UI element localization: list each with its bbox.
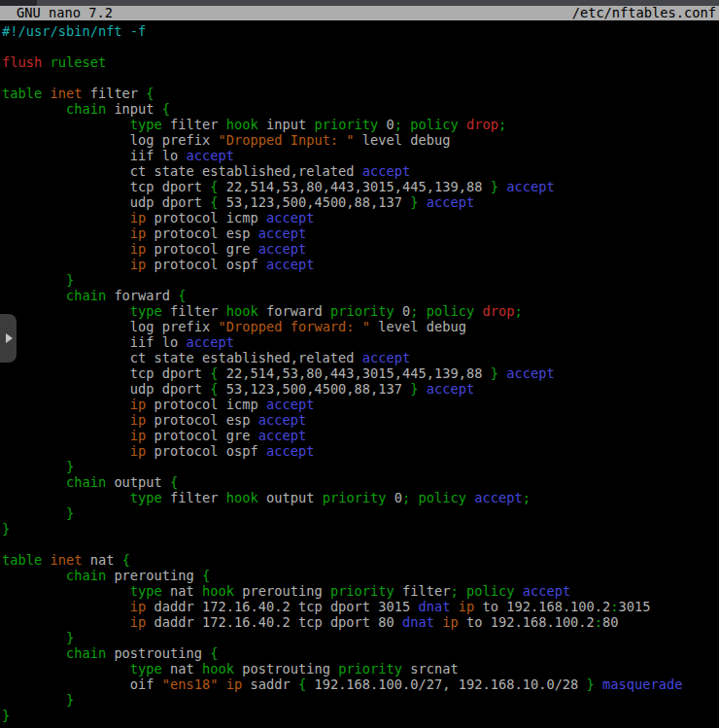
code-line: chain forward { [2, 288, 719, 303]
code-token: type [130, 117, 162, 132]
code-token: priority [330, 303, 394, 319]
code-token: iif lo [2, 334, 187, 350]
nano-titlebar: GNU nano 7.2 /etc/nftables.conf [0, 6, 719, 20]
code-token: } [410, 194, 418, 210]
code-token: { [210, 194, 218, 210]
code-token: { [162, 101, 170, 117]
code-token: { [210, 365, 218, 381]
code-line: table inet nat { [2, 552, 719, 568]
code-token: srcnat [402, 661, 459, 676]
code-token [451, 599, 459, 614]
code-token: } [491, 365, 498, 381]
code-token: accept [266, 397, 314, 412]
code-token: protocol esp [146, 412, 257, 428]
code-token [2, 630, 66, 645]
code-token [2, 241, 130, 257]
code-token: output [106, 474, 170, 490]
code-token [2, 210, 130, 225]
code-token: { [298, 676, 306, 692]
code-line: } [2, 272, 719, 288]
code-token: hook [226, 117, 258, 132]
code-token: protocol esp [146, 225, 257, 241]
terminal-screen[interactable]: { "palette": { "default": "#b3b3b3", "gr… [0, 0, 719, 728]
code-token: ip [130, 599, 146, 614]
code-token: filter [82, 86, 146, 101]
code-line: chain output { [2, 474, 719, 490]
code-token: filter [162, 303, 226, 319]
code-line: flush ruleset [2, 54, 719, 70]
code-token: hook [226, 303, 258, 319]
code-line: tcp dport { 22,514,53,80,443,3015,445,13… [2, 179, 719, 194]
code-token: priority [330, 583, 394, 599]
code-line: #!/usr/sbin/nft -f [2, 23, 719, 39]
code-token: table [2, 552, 42, 568]
code-line: ip protocol icmp accept [2, 210, 719, 225]
code-token [2, 225, 130, 241]
code-token: "Dropped forward: " [219, 319, 371, 334]
code-line: ct state established,related accept [2, 163, 719, 179]
code-token: dnat [419, 599, 451, 614]
code-line: log prefix "Dropped Input: " level debug [2, 132, 719, 148]
code-line: type nat hook prerouting priority filter… [2, 583, 719, 599]
code-token: hook [202, 583, 234, 599]
side-panel-toggle[interactable] [0, 314, 17, 363]
code-token: } [587, 676, 595, 692]
code-token: level debug [370, 319, 466, 334]
code-token: "ens18" [162, 676, 219, 692]
code-token: } [2, 521, 10, 537]
code-token: postrouting [106, 645, 210, 661]
code-line: table inet filter { [2, 86, 719, 101]
code-token: ; [515, 303, 523, 319]
code-token: accept [474, 490, 522, 505]
code-line: type filter hook output priority 0; poli… [2, 490, 719, 505]
code-token: accept [258, 225, 306, 241]
code-token [2, 490, 130, 505]
code-line: ip protocol gre accept [2, 428, 719, 443]
code-token [595, 676, 602, 692]
nano-app-title: GNU nano 7.2 [0, 6, 113, 20]
code-line: chain postrouting { [2, 645, 719, 661]
code-token: accept [427, 194, 474, 210]
code-token: hook [226, 490, 258, 505]
code-token: tcp dport [2, 365, 210, 381]
code-line: } [2, 630, 719, 645]
code-token: accept [258, 412, 306, 428]
code-token: ; [451, 583, 459, 599]
code-line: ip protocol esp accept [2, 225, 719, 241]
file-path: /etc/nftables.conf [572, 6, 719, 20]
code-token: { [178, 288, 186, 303]
code-line: type nat hook postrouting priority srcna… [2, 661, 719, 676]
code-token: { [210, 645, 218, 661]
code-token [2, 101, 66, 117]
code-token: prerouting [234, 583, 330, 599]
code-token: : [595, 614, 602, 630]
code-line: chain prerouting { [2, 568, 719, 583]
code-token: tcp dport [2, 179, 210, 194]
code-token: accept [523, 583, 570, 599]
code-token: ip [130, 210, 146, 225]
code-line: tcp dport { 22,514,53,80,443,3015,445,13… [2, 365, 719, 381]
code-token [2, 443, 130, 459]
code-token [2, 614, 130, 630]
code-token: accept [258, 428, 306, 443]
code-token: masquerade [602, 676, 682, 692]
code-line: ip protocol esp accept [2, 412, 719, 428]
code-token: { [122, 552, 130, 568]
code-token: ip [130, 241, 146, 257]
code-token: chain [66, 474, 106, 490]
code-token: ip [130, 614, 146, 630]
code-token [2, 397, 130, 412]
code-token: accept [258, 241, 306, 257]
editor-text[interactable]: #!/usr/sbin/nft -f flush ruleset table i… [0, 20, 719, 723]
code-token: ip [442, 614, 458, 630]
code-token: ruleset [50, 54, 106, 70]
code-token: type [130, 303, 162, 319]
code-token: drop [466, 117, 498, 132]
code-line: ip protocol ospf accept [2, 443, 719, 459]
code-line: ip protocol icmp accept [2, 397, 719, 412]
code-token: log prefix [2, 319, 219, 334]
code-token: ip [130, 257, 146, 272]
code-token: filter [394, 583, 451, 599]
code-token: daddr 172.16.40.2 tcp dport 80 [146, 614, 402, 630]
code-token: inet [50, 86, 82, 101]
